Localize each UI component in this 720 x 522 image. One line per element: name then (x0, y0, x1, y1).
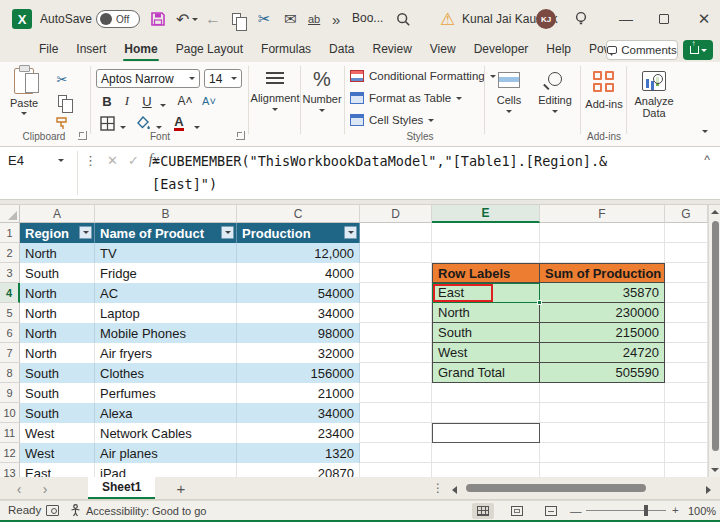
zoom-level[interactable]: 100% (688, 505, 716, 517)
ribbon-tab-page-layout[interactable]: Page Layout (167, 38, 252, 62)
cell-C2[interactable]: 12,000 (237, 243, 360, 263)
bold-button[interactable]: B (98, 92, 116, 110)
spelling-icon[interactable]: ab (308, 8, 320, 30)
pivot-cell-E8[interactable]: Grand Total (432, 363, 540, 383)
page-layout-view-button[interactable] (506, 503, 528, 519)
row-header-9[interactable]: 9 (0, 383, 20, 403)
cells-button[interactable]: Cells (488, 68, 530, 113)
fill-handle[interactable] (537, 300, 542, 305)
pivot-cell-F8[interactable]: 505590 (540, 363, 665, 383)
filter-button-name-of-product[interactable] (221, 226, 234, 239)
ribbon-tab-help[interactable]: Help (537, 38, 580, 62)
conditional-formatting-button[interactable]: Conditional Formatting (350, 70, 496, 82)
pivot-cell-F7[interactable]: 24720 (540, 343, 665, 363)
cell-A2[interactable]: North (20, 243, 95, 263)
cell-B5[interactable]: Laptop (95, 303, 237, 323)
vertical-scrollbar[interactable] (708, 205, 720, 477)
font-size-combo[interactable]: 14 (204, 69, 242, 88)
sheet-tab-sheet1[interactable]: Sheet1 (88, 477, 155, 499)
vertical-scrollbar-thumb[interactable] (712, 221, 719, 451)
pivot-header-sum-of-production[interactable]: Sum of Production (540, 263, 665, 283)
name-box-menu-icon[interactable]: ⋮ (84, 153, 97, 168)
zoom-slider[interactable] (586, 510, 666, 511)
cell-A11[interactable]: West (20, 423, 95, 443)
next-sheet-icon[interactable]: › (36, 480, 54, 497)
cell-A3[interactable]: South (20, 263, 95, 283)
cut-button[interactable]: ✂ (52, 70, 72, 88)
select-all-corner[interactable] (0, 205, 20, 223)
pivot-cell-E5[interactable]: North (432, 303, 540, 323)
row-header-2[interactable]: 2 (0, 243, 20, 263)
column-header-F[interactable]: F (540, 205, 665, 223)
cell-B10[interactable]: Alexa (95, 403, 237, 423)
prev-sheet-icon[interactable]: ‹ (10, 480, 28, 497)
column-header-B[interactable]: B (95, 205, 237, 223)
lightbulb-icon[interactable] (574, 8, 588, 30)
document-title[interactable]: Boo... (352, 11, 383, 25)
row-header-4[interactable]: 4 (0, 283, 20, 303)
row-header-6[interactable]: 6 (0, 323, 20, 343)
hscroll-right-icon[interactable] (706, 486, 711, 494)
horizontal-scrollbar-thumb[interactable] (466, 484, 646, 492)
cell-C1[interactable]: Production (237, 223, 360, 243)
editing-button[interactable]: Editing (532, 68, 578, 113)
ribbon-collapse-icon[interactable] (696, 122, 714, 140)
formula-input[interactable]: =CUBEMEMBER("ThisWorkbookDataModel","[Ta… (152, 150, 692, 196)
copy-button[interactable] (52, 92, 72, 110)
cell-B11[interactable]: Network Cables (95, 423, 237, 443)
qat-overflow-icon[interactable]: » (332, 8, 340, 30)
copy-icon[interactable] (232, 8, 241, 30)
close-button[interactable]: ✕ (690, 8, 718, 30)
autosave-toggle[interactable]: Off (96, 10, 140, 28)
format-painter-button[interactable] (52, 114, 72, 132)
grow-font-button[interactable]: A˄ (176, 92, 194, 110)
pivot-cell-F4[interactable]: 35870 (540, 283, 665, 303)
warning-icon[interactable]: ⚠ (440, 8, 455, 30)
addins-button[interactable]: Add-ins (584, 68, 624, 110)
zoom-in-button[interactable]: + (672, 504, 679, 516)
zoom-slider-thumb[interactable] (644, 505, 648, 516)
filter-button-region[interactable] (79, 226, 92, 239)
cell-B1[interactable]: Name of Product (95, 223, 237, 243)
cell-B7[interactable]: Air fryers (95, 343, 237, 363)
cell-A4[interactable]: North (20, 283, 95, 303)
cell-B13[interactable]: iPad (95, 463, 237, 477)
row-header-1[interactable]: 1 (0, 223, 20, 243)
shrink-font-button[interactable]: A˅ (200, 92, 218, 110)
minimize-button[interactable]: — (612, 8, 640, 30)
share-button[interactable] (683, 40, 713, 60)
cell-C10[interactable]: 34000 (237, 403, 360, 423)
maximize-button[interactable] (650, 8, 678, 30)
cell-B8[interactable]: Clothes (95, 363, 237, 383)
page-break-view-button[interactable] (540, 503, 562, 519)
row-header-3[interactable]: 3 (0, 263, 20, 283)
ribbon-tab-formulas[interactable]: Formulas (252, 38, 320, 62)
accessibility-status[interactable]: Accessibility: Good to go (86, 505, 206, 517)
alignment-button[interactable]: Alignment (252, 68, 298, 111)
cell-C3[interactable]: 4000 (237, 263, 360, 283)
cell-B4[interactable]: AC (95, 283, 237, 303)
cell-B3[interactable]: Fridge (95, 263, 237, 283)
email-icon[interactable]: ✉ (284, 8, 297, 30)
cell-A9[interactable]: South (20, 383, 95, 403)
formula-bar-expand-icon[interactable]: ^ (704, 153, 710, 167)
cell-A10[interactable]: South (20, 403, 95, 423)
cell-A5[interactable]: North (20, 303, 95, 323)
row-header-5[interactable]: 5 (0, 303, 20, 323)
column-header-A[interactable]: A (20, 205, 95, 223)
underline-dropdown-icon[interactable] (154, 96, 172, 114)
pivot-cell-E7[interactable]: West (432, 343, 540, 363)
row-header-8[interactable]: 8 (0, 363, 20, 383)
ribbon-tab-insert[interactable]: Insert (67, 38, 115, 62)
cut-icon[interactable]: ✂ (258, 8, 271, 30)
ribbon-tab-view[interactable]: View (421, 38, 465, 62)
pivot-cell-F6[interactable]: 215000 (540, 323, 665, 343)
column-header-D[interactable]: D (360, 205, 432, 223)
hscroll-left-icon[interactable] (452, 486, 457, 494)
ribbon-tab-home[interactable]: Home (115, 38, 166, 62)
cell-C13[interactable]: 20870 (237, 463, 360, 477)
cell-C8[interactable]: 156000 (237, 363, 360, 383)
cell-A7[interactable]: North (20, 343, 95, 363)
cell-styles-button[interactable]: Cell Styles (350, 114, 434, 126)
number-button[interactable]: % Number (302, 68, 342, 112)
